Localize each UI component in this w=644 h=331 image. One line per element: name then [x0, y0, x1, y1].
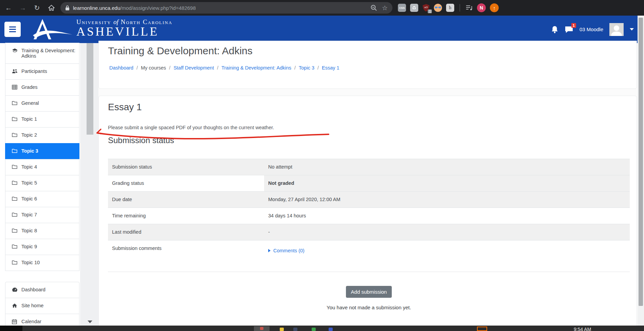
folder-icon — [12, 228, 18, 233]
notifications-bell-icon[interactable] — [551, 25, 558, 34]
sidebar-item-label: General — [21, 100, 39, 106]
folder-icon — [12, 133, 18, 137]
page-title: Training & Development: Adkins — [108, 45, 253, 57]
dashboard-gauge-icon — [12, 287, 18, 292]
cube-extension-icon[interactable] — [410, 4, 418, 12]
drawer-scroll-down-icon[interactable] — [88, 320, 92, 323]
sidebar-item-label: Topic 10 — [21, 260, 40, 265]
taskbar-app-icon[interactable] — [293, 328, 297, 331]
breadcrumb-dashboard[interactable]: Dashboard — [109, 65, 133, 71]
sidebar-item-topic-1[interactable]: Topic 1 — [5, 111, 79, 128]
add-submission-button[interactable]: Add submission — [346, 286, 392, 298]
extensions-area: CSS uO 1 h N ↑ — [398, 3, 502, 12]
svg-text:uO: uO — [424, 6, 428, 9]
reading-list-icon[interactable] — [465, 4, 473, 11]
home-icon — [12, 303, 18, 308]
ublock-extension-icon[interactable]: uO 1 — [422, 4, 430, 12]
sidebar-item-grades[interactable]: Grades — [5, 79, 79, 96]
row-label: Time remaining — [108, 208, 264, 224]
sidebar-item-label: Grades — [21, 84, 38, 90]
page-scrollbar-thumb[interactable] — [639, 18, 643, 306]
sidebar-item-topic-4[interactable]: Topic 4 — [5, 159, 79, 175]
screen: ← → ↻ learnonline.unca.edu/mod/assign/vi… — [0, 0, 644, 331]
bookmark-star-icon[interactable]: ☆ — [382, 4, 388, 12]
sidebar-item-dashboard[interactable]: Dashboard — [5, 282, 79, 298]
taskbar-app-icon[interactable] — [280, 328, 284, 331]
breadcrumb-essay-1[interactable]: Essay 1 — [322, 65, 339, 71]
address-bar[interactable]: learnonline.unca.edu/mod/assign/view.php… — [60, 2, 392, 14]
user-menu-caret-icon[interactable] — [630, 28, 634, 31]
sidebar-item-course[interactable]: Training & Development: Adkins — [5, 43, 79, 64]
taskbar-app-icon — [260, 327, 263, 330]
sidebar-item-topic-5[interactable]: Topic 5 — [5, 175, 79, 191]
row-value: Not graded — [264, 175, 630, 191]
back-icon[interactable]: ← — [3, 2, 14, 14]
row-value: Monday, 27 April 2020, 12:00 AM — [264, 192, 630, 208]
user-menu-name[interactable]: 03 Moodle — [579, 26, 603, 32]
taskbar-start-area[interactable] — [0, 326, 22, 331]
sidebar-item-topic-7[interactable]: Topic 7 — [5, 207, 79, 223]
breadcrumb-staff-development[interactable]: Staff Development — [173, 65, 214, 71]
breadcrumb: Dashboard / My courses / Staff Developme… — [109, 65, 339, 71]
menu-toggle-button[interactable] — [4, 22, 21, 37]
url-text[interactable]: learnonline.unca.edu/mod/assign/view.php… — [73, 5, 196, 11]
sidebar-item-topic-9[interactable]: Topic 9 — [5, 239, 79, 255]
table-row: Due date Monday, 27 April 2020, 12:00 AM — [108, 191, 630, 208]
sidebar-item-label: Topic 3 — [21, 148, 38, 154]
sidebar-item-participants[interactable]: Participants — [5, 63, 79, 80]
css-extension-icon[interactable]: CSS — [398, 4, 406, 12]
messages-badge: 1 — [571, 23, 576, 28]
folder-icon — [12, 180, 18, 185]
unca-a-glyph-icon — [32, 18, 74, 41]
sidebar-item-topic-8[interactable]: Topic 8 — [5, 223, 79, 239]
sidebar-item-topic-3[interactable]: Topic 3 — [5, 143, 79, 159]
honey-extension-icon[interactable]: h — [446, 4, 454, 12]
breadcrumb-topic-3[interactable]: Topic 3 — [299, 65, 314, 71]
sidebar-item-label: Topic 2 — [21, 132, 37, 138]
taskbar-clock[interactable]: 9:54 AM — [574, 327, 591, 331]
home-icon[interactable] — [45, 2, 57, 14]
drawer-scrollbar[interactable] — [80, 43, 98, 326]
drawer-scrollbar-thumb[interactable] — [87, 43, 93, 135]
sidebar-item-general[interactable]: General — [5, 95, 79, 112]
row-label: Grading status — [108, 175, 264, 191]
submission-status-heading: Submission status — [108, 136, 174, 145]
taskbar-app-icon[interactable] — [312, 328, 316, 331]
zoom-indicator-icon[interactable] — [370, 4, 377, 11]
browser-update-icon[interactable]: ↑ — [490, 3, 499, 12]
sidebar-item-label: Topic 1 — [21, 116, 37, 122]
comments-toggle-link[interactable]: Comments (0) — [268, 248, 626, 253]
folder-icon — [12, 196, 18, 201]
page-scrollbar[interactable] — [638, 16, 644, 326]
row-label: Submission status — [108, 159, 264, 175]
sidebar-item-label: Participants — [21, 69, 47, 74]
browser-profile-avatar[interactable]: N — [477, 3, 486, 12]
sidebar-item-label: Topic 4 — [21, 164, 37, 170]
site-header: University of North Carolina Asheville 1… — [0, 16, 644, 43]
face-glasses-extension-icon[interactable] — [434, 4, 442, 12]
sidebar-item-site-home[interactable]: Site home — [5, 298, 79, 314]
folder-icon — [12, 212, 18, 217]
lock-icon[interactable] — [65, 5, 70, 11]
sidebar-item-topic-10[interactable]: Topic 10 — [5, 255, 79, 271]
unca-logo[interactable]: University of North Carolina Asheville — [32, 18, 172, 41]
taskbar-app-icon[interactable] — [329, 328, 333, 331]
graduation-cap-icon — [12, 48, 18, 53]
submission-status-table: Submission status No attempt Grading sta… — [108, 159, 630, 272]
folder-icon — [12, 117, 18, 121]
row-label: Due date — [108, 192, 264, 208]
brand-line2: Asheville — [76, 24, 172, 39]
folder-icon — [12, 260, 18, 265]
row-value: 34 days 14 hours — [264, 208, 630, 224]
user-avatar[interactable] — [609, 23, 624, 36]
sidebar-item-topic-2[interactable]: Topic 2 — [5, 127, 79, 143]
calendar-icon — [12, 319, 18, 324]
sidebar-item-topic-6[interactable]: Topic 6 — [5, 191, 79, 207]
messages-icon[interactable]: 1 — [565, 25, 573, 34]
users-icon — [12, 69, 18, 74]
taskbar-active-app[interactable] — [254, 326, 270, 331]
reload-icon[interactable]: ↻ — [31, 2, 43, 14]
taskbar-highlighted-app[interactable] — [477, 327, 487, 331]
breadcrumb-course[interactable]: Training & Development: Adkins — [221, 65, 291, 71]
breadcrumb-my-courses: My courses — [141, 65, 166, 71]
